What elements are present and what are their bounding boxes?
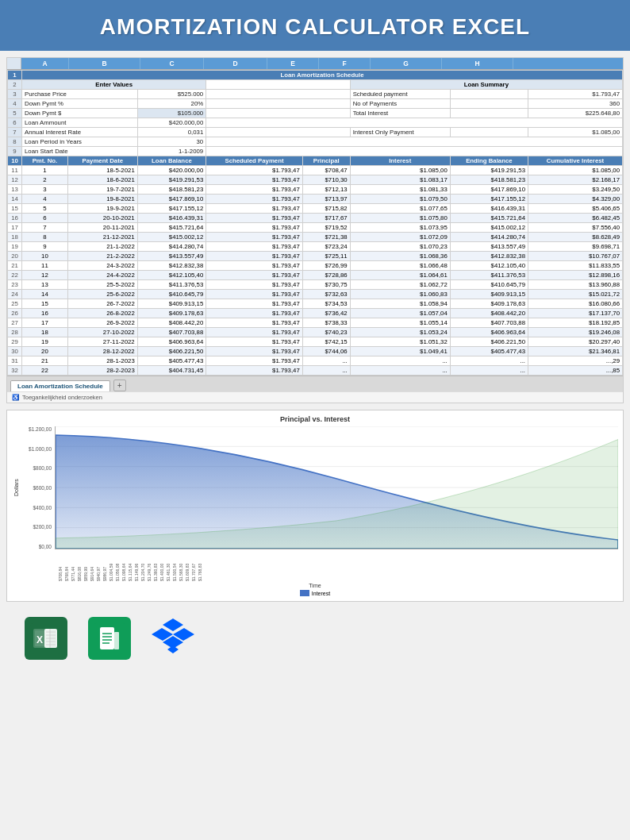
accessibility-label: Toegankelijkheid onderzoeken bbox=[22, 394, 102, 401]
sheet-table: 1 Loan Amortization Schedule 2 Enter Val… bbox=[7, 70, 623, 376]
data-row-8: 8 Loan Period in Years 30 bbox=[8, 137, 623, 147]
chart-area: Principal vs. Interest Dollars $1.200,00… bbox=[6, 410, 624, 602]
table-row: 30 2028-12-2022$406.221,50$1.793,47$744,… bbox=[8, 347, 623, 356]
bottom-icons: X bbox=[6, 608, 624, 669]
table-row: 14 419-8-2021$417.869,10$1.793,47$713,97… bbox=[8, 195, 623, 204]
sheet-title: Loan Amortization Schedule bbox=[22, 71, 623, 80]
enter-values-header: Enter Values bbox=[22, 80, 206, 90]
sheets-icon bbox=[88, 617, 131, 660]
table-row: 32 2228-2-2023$404.731,45$1.793,47......… bbox=[8, 366, 623, 376]
tab-bar: Loan Amortization Schedule + bbox=[7, 376, 623, 391]
table-row: 19 921-1-2022$414.280,74$1.793,47$723,24… bbox=[8, 242, 623, 252]
chart-legend: Interest bbox=[12, 590, 618, 596]
data-row-5: 5 Down Pymt $ $105.000 Total Interest $2… bbox=[8, 109, 623, 118]
col-e: E bbox=[267, 58, 319, 69]
header-title: AMORTIZATION CALCULATOR EXCEL bbox=[100, 14, 530, 39]
svg-marker-29 bbox=[167, 645, 179, 653]
field-period-label: Loan Period in Years bbox=[22, 137, 138, 147]
row-num-2: 2 bbox=[8, 80, 22, 90]
table-row: 21 1124-3-2022$412.832,38$1.793,47$726,9… bbox=[8, 261, 623, 271]
sheets-svg bbox=[94, 622, 125, 654]
excel-icon: X bbox=[25, 617, 67, 660]
accessibility-bar: ♿ Toegankelijkheid onderzoeken bbox=[7, 391, 623, 403]
table-row: 13 319-7-2021$418.581,23$1.793,47$712,13… bbox=[8, 185, 623, 195]
table-row: 16 620-10-2021$416.439,31$1.793,47$717,6… bbox=[8, 214, 623, 223]
legend-interest-color bbox=[300, 590, 309, 596]
table-row: 23 1325-5-2022$411.376,53$1.793,47$730,7… bbox=[8, 280, 623, 290]
field-down-dollar-label: Down Pymt $ bbox=[22, 109, 138, 118]
summary-nopayments-value: 360 bbox=[528, 99, 622, 109]
table-row: 15 519-9-2021$417.155,12$1.793,47$715,82… bbox=[8, 204, 623, 214]
col-payment-date: Payment Date bbox=[67, 156, 137, 166]
row-num-spacer bbox=[7, 58, 21, 69]
spreadsheet: A B C D E F G H 1 Loan Amortization Sche… bbox=[7, 58, 623, 403]
y-axis-title: Dollars bbox=[12, 426, 19, 549]
add-sheet-button[interactable]: + bbox=[113, 380, 126, 391]
field-interest-label: Annual Interest Rate bbox=[22, 128, 138, 137]
summary-interestonly-value: $1.085,00 bbox=[528, 128, 622, 137]
summary-scheduled-value: $1.793,47 bbox=[528, 90, 622, 99]
col-d: D bbox=[204, 58, 267, 69]
col-h: H bbox=[442, 58, 513, 69]
summary-totalinterest-label: Total Interest bbox=[350, 109, 450, 118]
field-interest-value: 0,031 bbox=[137, 128, 206, 137]
table-row: 20 1021-2-2022$413.557,49$1.793,47$725,1… bbox=[8, 252, 623, 261]
table-row: 31 2128-1-2023$405.477,43$1.793,47......… bbox=[8, 356, 623, 366]
col-scheduled-payment: Scheduled Payment bbox=[206, 156, 303, 166]
loan-summary-header: Loan Summary bbox=[350, 80, 622, 90]
section-header-row: 2 Enter Values Loan Summary bbox=[8, 80, 623, 90]
field-period-value: 30 bbox=[137, 137, 206, 147]
field-down-pct-value: 20% bbox=[137, 99, 206, 109]
summary-scheduled-label: Scheduled payment bbox=[350, 90, 450, 99]
chart-plot bbox=[55, 426, 618, 549]
col-pmt-no: Pmt. No. bbox=[22, 156, 68, 166]
title-row: 1 Loan Amortization Schedule bbox=[8, 71, 623, 80]
col-principal: Principal bbox=[302, 156, 350, 166]
field-down-dollar-value: $105.000 bbox=[137, 109, 206, 118]
accessibility-icon: ♿ bbox=[12, 394, 19, 401]
svg-text:X: X bbox=[36, 634, 43, 645]
field-down-pct-label: Down Pymt % bbox=[22, 99, 138, 109]
summary-totalinterest-value: $225.648,80 bbox=[528, 109, 622, 118]
col-ending-balance: Ending Balance bbox=[450, 156, 528, 166]
table-header-row: 10 Pmt. No. Payment Date Loan Balance Sc… bbox=[8, 156, 623, 166]
table-row: 29 1927-11-2022$406.963,64$1.793,47$742,… bbox=[8, 337, 623, 347]
excel-icon-box[interactable]: X bbox=[22, 615, 70, 662]
table-row: 17 720-11-2021$415.721,64$1.793,47$719,5… bbox=[8, 223, 623, 233]
chart-svg bbox=[56, 426, 618, 549]
col-cumulative-interest: Cumulative Interest bbox=[528, 156, 622, 166]
x-axis-title: Time bbox=[12, 583, 618, 588]
table-row: 24 1425-6-2022$410.645,79$1.793,47$732,6… bbox=[8, 290, 623, 299]
excel-svg: X bbox=[30, 622, 62, 654]
summary-nopayments-label: No of Payments bbox=[350, 99, 450, 109]
dropbox-icon-box[interactable] bbox=[149, 615, 197, 662]
table-row: 11 118-5-2021$420.000,00$1.793,47$708,47… bbox=[8, 166, 623, 175]
field-startdate-label: Loan Start Date bbox=[22, 147, 138, 156]
x-axis-labels: $708,84 $768,84 $771,44 $816,08 $859,99 … bbox=[58, 549, 618, 581]
dropbox-icon bbox=[152, 617, 194, 660]
column-headers: A B C D E F G H bbox=[7, 58, 623, 70]
table-row: 25 1526-7-2022$409.913,15$1.793,47$734,5… bbox=[8, 299, 623, 309]
col-interest: Interest bbox=[350, 156, 450, 166]
table-row: 12 218-6-2021$419.291,53$1.793,47$710,30… bbox=[8, 175, 623, 185]
data-row-6: 6 Loan Ammount $420.000,00 bbox=[8, 118, 623, 128]
data-row-3: 3 Purchase Price $525.000 Scheduled paym… bbox=[8, 90, 623, 99]
table-row: 26 1626-8-2022$409.178,63$1.793,47$736,4… bbox=[8, 309, 623, 318]
y-axis-labels: $1.200,00 $1.000,00 $800,00 $600,00 $400… bbox=[19, 426, 55, 549]
col-c: C bbox=[140, 58, 204, 69]
sheet-tab[interactable]: Loan Amortization Schedule bbox=[10, 380, 110, 391]
legend-interest: Interest bbox=[300, 590, 330, 596]
table-row: 28 1827-10-2022$407.703,88$1.793,47$740,… bbox=[8, 328, 623, 337]
field-purchase-price-value: $525.000 bbox=[137, 90, 206, 99]
main-content: A B C D E F G H 1 Loan Amortization Sche… bbox=[6, 57, 624, 403]
field-loan-amount-label: Loan Ammount bbox=[22, 118, 138, 128]
field-loan-amount-value: $420.000,00 bbox=[137, 118, 206, 128]
sheets-icon-box[interactable] bbox=[86, 615, 133, 662]
table-row: 18 821-12-2021$415.002,12$1.793,47$721,3… bbox=[8, 233, 623, 242]
col-loan-balance: Loan Balance bbox=[137, 156, 206, 166]
dropbox-svg bbox=[152, 617, 194, 660]
svg-rect-18 bbox=[100, 627, 114, 649]
svg-rect-20 bbox=[114, 632, 119, 649]
col-f: F bbox=[319, 58, 371, 69]
table-row: 22 1224-4-2022$412.105,40$1.793,47$728,8… bbox=[8, 271, 623, 280]
